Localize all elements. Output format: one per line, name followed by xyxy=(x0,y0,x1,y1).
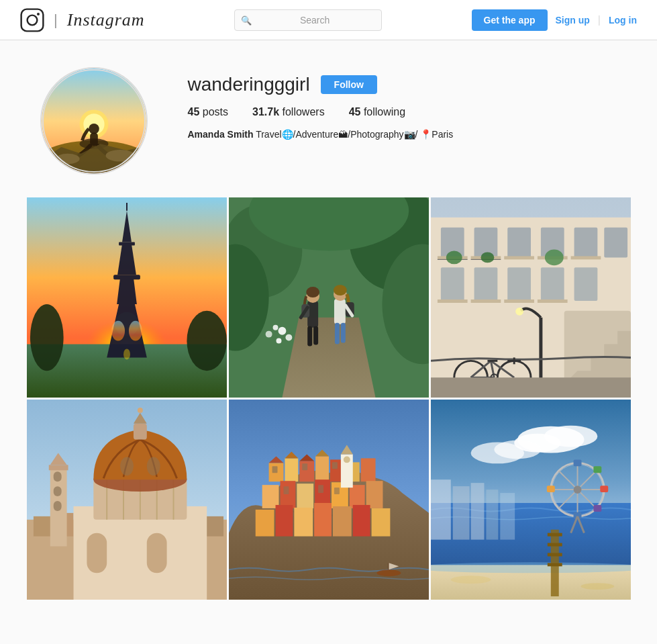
svg-rect-192 xyxy=(546,486,554,492)
svg-point-177 xyxy=(431,562,631,573)
svg-rect-144 xyxy=(280,481,295,508)
svg-rect-77 xyxy=(437,300,467,303)
svg-rect-0 xyxy=(21,9,44,31)
svg-rect-80 xyxy=(537,300,567,303)
svg-rect-76 xyxy=(574,267,597,301)
svg-rect-97 xyxy=(431,377,631,398)
profile-info: wanderingggirl Follow 45 posts 31.7k fol… xyxy=(188,67,617,142)
grid-item-2[interactable] xyxy=(229,197,429,398)
header-left: | Instagram xyxy=(20,8,145,32)
svg-point-125 xyxy=(137,408,142,413)
svg-point-166 xyxy=(376,569,401,576)
svg-rect-53 xyxy=(334,323,339,344)
svg-rect-157 xyxy=(275,505,293,537)
svg-rect-149 xyxy=(366,481,383,508)
svg-rect-78 xyxy=(470,300,501,303)
svg-rect-155 xyxy=(334,488,339,494)
svg-rect-69 xyxy=(570,256,601,259)
svg-rect-190 xyxy=(600,486,608,492)
svg-rect-143 xyxy=(262,485,279,508)
svg-rect-112 xyxy=(53,486,61,496)
svg-rect-128 xyxy=(87,533,107,573)
svg-rect-152 xyxy=(332,462,337,469)
svg-point-81 xyxy=(446,250,462,264)
header: | Instagram 🔍 Get the app Sign up | Log … xyxy=(0,0,657,40)
svg-rect-133 xyxy=(285,458,298,481)
svg-rect-194 xyxy=(593,505,601,512)
svg-point-37 xyxy=(278,327,286,335)
svg-rect-202 xyxy=(500,493,515,540)
svg-rect-79 xyxy=(504,300,534,303)
svg-rect-54 xyxy=(340,323,345,343)
svg-point-203 xyxy=(450,576,491,584)
svg-rect-156 xyxy=(255,510,274,537)
svg-rect-113 xyxy=(53,501,61,511)
svg-rect-160 xyxy=(332,506,351,537)
following-stat: 45 following xyxy=(349,106,406,118)
svg-point-165 xyxy=(343,456,350,463)
grid-item-3[interactable] xyxy=(431,197,631,398)
svg-rect-64 xyxy=(604,228,627,258)
svg-point-86 xyxy=(515,308,523,316)
svg-point-13 xyxy=(105,150,134,162)
svg-point-45 xyxy=(306,287,319,297)
followers-count: 31.7k xyxy=(252,106,279,118)
logo-divider: | xyxy=(54,11,58,29)
svg-rect-67 xyxy=(504,256,534,259)
svg-rect-148 xyxy=(349,485,364,508)
svg-rect-151 xyxy=(302,463,307,470)
svg-rect-201 xyxy=(486,490,498,540)
profile-bio: Amanda Smith Travel🌐/Adventure🏔/Photogra… xyxy=(188,128,617,142)
svg-rect-9 xyxy=(90,133,98,146)
svg-rect-61 xyxy=(507,228,531,258)
login-button[interactable]: Log in xyxy=(609,15,637,26)
svg-point-20 xyxy=(187,311,227,371)
grid-item-5[interactable] xyxy=(229,400,429,600)
nav-divider: | xyxy=(598,14,601,26)
avatar xyxy=(40,67,148,175)
logo-text: Instagram xyxy=(67,10,145,30)
svg-rect-63 xyxy=(574,228,597,258)
svg-rect-179 xyxy=(547,533,562,537)
svg-rect-74 xyxy=(507,267,531,301)
svg-rect-72 xyxy=(440,267,464,301)
svg-point-30 xyxy=(123,349,130,359)
svg-rect-46 xyxy=(307,326,312,347)
grid-item-6[interactable] xyxy=(431,400,631,600)
svg-rect-25 xyxy=(113,275,140,279)
posts-stat: 45 posts xyxy=(188,106,229,118)
svg-point-83 xyxy=(544,249,563,265)
bio-name: Amanda Smith xyxy=(188,129,254,140)
svg-rect-50 xyxy=(334,299,345,324)
svg-rect-158 xyxy=(294,508,313,537)
signup-button[interactable]: Sign up xyxy=(556,15,590,26)
svg-point-174 xyxy=(494,441,541,459)
svg-point-52 xyxy=(333,285,346,295)
follow-button[interactable]: Follow xyxy=(321,75,377,94)
svg-rect-110 xyxy=(48,465,68,470)
search-icon: 🔍 xyxy=(241,15,252,25)
search-input[interactable] xyxy=(234,9,382,31)
profile-section: wanderingggirl Follow 45 posts 31.7k fol… xyxy=(27,67,631,177)
svg-rect-75 xyxy=(540,267,564,301)
instagram-logo-icon xyxy=(20,8,44,32)
svg-point-22 xyxy=(111,321,125,341)
svg-rect-47 xyxy=(313,326,318,345)
svg-point-41 xyxy=(272,325,278,330)
get-app-button[interactable]: Get the app xyxy=(472,9,548,31)
svg-rect-138 xyxy=(360,458,375,481)
svg-point-19 xyxy=(30,304,63,371)
header-right: Get the app Sign up | Log in xyxy=(472,9,638,31)
grid-item-1[interactable] xyxy=(27,197,227,398)
svg-rect-150 xyxy=(272,466,277,473)
svg-point-38 xyxy=(285,334,292,341)
svg-point-126 xyxy=(120,457,134,475)
profile-username-row: wanderingggirl Follow xyxy=(188,74,617,95)
svg-rect-200 xyxy=(470,483,484,539)
search-container: 🔍 xyxy=(234,9,382,31)
photo-grid xyxy=(27,197,631,600)
grid-item-4[interactable] xyxy=(27,400,227,600)
svg-point-127 xyxy=(146,457,160,475)
svg-point-39 xyxy=(276,338,281,344)
svg-rect-159 xyxy=(314,503,332,537)
